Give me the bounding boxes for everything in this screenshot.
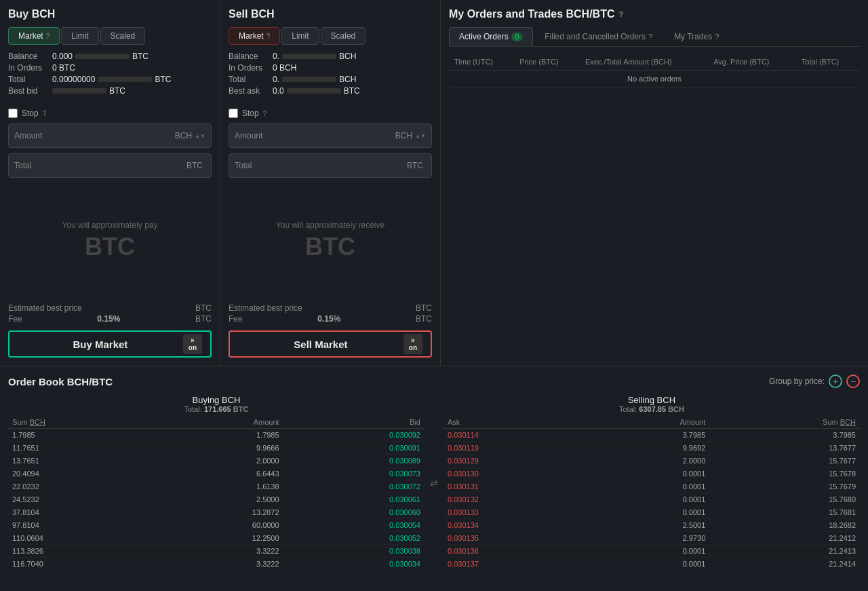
buy-amount-input[interactable] <box>48 131 175 140</box>
sell-total-row: Total BTC <box>229 153 432 178</box>
sell-ask: 0.030129 <box>443 455 587 468</box>
sell-tab-market[interactable]: Market ? <box>229 27 280 45</box>
sell-best-ask-currency: BTC <box>344 86 360 96</box>
sell-sum: 15.7677 <box>709 455 860 468</box>
sell-sum: 21.2414 <box>709 558 860 571</box>
sell-ask: 0.030136 <box>443 545 587 558</box>
buy-balance-value: 0.000 <box>52 52 73 61</box>
sell-col-amount: Amount <box>587 416 710 429</box>
group-price-controls: Group by price: + − <box>769 375 860 388</box>
sell-fee-currency: BTC <box>416 314 432 324</box>
buy-market-help-icon[interactable]: ? <box>46 33 50 40</box>
filled-orders-help-icon[interactable]: ? <box>648 33 652 41</box>
orders-tab-filled[interactable]: Filled and Cancelled Orders ? <box>534 27 663 46</box>
orders-panel-title: My Orders and Trades BCH/BTC ? <box>449 8 860 20</box>
buy-bid: 0.030038 <box>283 545 425 558</box>
orders-tab-active[interactable]: Active Orders 0 <box>449 27 533 46</box>
buy-total-row: Total BTC <box>8 153 212 178</box>
buy-amount-stepper[interactable]: ▲▼ <box>195 133 205 139</box>
col-time: Time (UTC) <box>449 54 514 71</box>
buy-stop-checkbox[interactable] <box>8 109 18 118</box>
sell-book-row[interactable]: 0.030119 9.9692 13.7677 <box>443 442 860 455</box>
sell-book-row[interactable]: 0.030137 0.0001 21.2414 <box>443 558 860 571</box>
buy-amount: 9.9666 <box>157 442 283 455</box>
buy-est-price-currency: BTC <box>195 303 212 313</box>
order-book-header: Order Book BCH/BTC Group by price: + − <box>8 375 860 388</box>
sell-book-row[interactable]: 0.030130 0.0001 15.7678 <box>443 468 860 480</box>
buy-sum: 37.8104 <box>8 506 157 519</box>
sell-amount: 0.0001 <box>587 468 710 480</box>
orders-tab-trades[interactable]: My Trades ? <box>664 27 729 46</box>
buy-balance-bar <box>75 54 130 59</box>
sell-best-ask-value: 0.0 <box>273 86 284 96</box>
sell-amount-input[interactable] <box>269 131 395 140</box>
buy-total-input[interactable] <box>48 161 186 170</box>
sell-book-row[interactable]: 0.030136 0.0001 21.2413 <box>443 545 860 558</box>
buy-approx-section: You will approximately pay BTC <box>8 183 212 298</box>
group-price-minus-button[interactable]: − <box>846 375 860 388</box>
sell-book-row[interactable]: 0.030132 0.0001 15.7680 <box>443 493 860 506</box>
sell-col-sum: Sum BCH <box>709 416 860 429</box>
buy-bid: 0.030061 <box>283 493 425 506</box>
buy-book-row[interactable]: 11.7651 9.9666 0.030091 <box>8 442 425 455</box>
my-trades-help-icon[interactable]: ? <box>715 33 719 41</box>
sell-book-row[interactable]: 0.030134 2.5001 18.2682 <box>443 519 860 532</box>
buy-book-row[interactable]: 97.8104 60.0000 0.030054 <box>8 519 425 532</box>
buy-book-row[interactable]: 22.0232 1.6138 0.030072 <box>8 480 425 493</box>
sell-panel: Sell BCH Market ? Limit Scaled Balance 0… <box>220 0 441 366</box>
buy-amount: 60.0000 <box>157 519 283 532</box>
sell-amount: 0.0001 <box>587 545 710 558</box>
buy-book-row[interactable]: 110.0604 12.2500 0.030052 <box>8 532 425 545</box>
sell-sum: 13.7677 <box>709 442 860 455</box>
buy-approx-value: BTC <box>85 233 135 261</box>
buy-stop-help-icon[interactable]: ? <box>43 110 47 117</box>
sell-approx-value: BTC <box>305 233 355 261</box>
sell-market-help-icon[interactable]: ? <box>267 33 271 40</box>
order-book-section: Order Book BCH/BTC Group by price: + − B… <box>0 366 868 579</box>
sell-sum: 21.2413 <box>709 545 860 558</box>
sell-market-button[interactable]: Sell Market »on <box>229 330 432 358</box>
sell-total-input[interactable] <box>269 161 407 170</box>
sell-total-currency: BCH <box>339 75 356 84</box>
orders-help-icon[interactable]: ? <box>619 10 624 18</box>
buy-tab-limit[interactable]: Limit <box>61 27 98 45</box>
sell-sum: 18.2682 <box>709 519 860 532</box>
buy-market-button[interactable]: Buy Market »on <box>8 330 212 358</box>
buy-book-row[interactable]: 113.3826 3.3222 0.030038 <box>8 545 425 558</box>
buy-total-currency: BTC <box>155 75 171 84</box>
buy-book-row[interactable]: 37.8104 13.2872 0.030060 <box>8 506 425 519</box>
buy-book-row[interactable]: 24.5232 2.5000 0.030061 <box>8 493 425 506</box>
sell-book-row[interactable]: 0.030133 0.0001 15.7681 <box>443 506 860 519</box>
buy-tab-scaled[interactable]: Scaled <box>100 27 146 45</box>
buy-book-side: Buying BCH Total: 171.665 BTC Sum BCH Am… <box>8 395 425 571</box>
buy-sum: 24.5232 <box>8 493 157 506</box>
col-amount: Exec./Total Amount (BCH) <box>580 54 708 71</box>
sell-sum: 21.2412 <box>709 532 860 545</box>
sell-tab-limit[interactable]: Limit <box>281 27 319 45</box>
sell-amount: 2.0000 <box>587 455 710 468</box>
buy-book-row[interactable]: 13.7651 2.0000 0.030089 <box>8 455 425 468</box>
buy-bid: 0.030054 <box>283 519 425 532</box>
sell-stop-checkbox[interactable] <box>229 109 238 118</box>
sell-book-row[interactable]: 0.030129 2.0000 15.7677 <box>443 455 860 468</box>
sell-tab-scaled[interactable]: Scaled <box>321 27 366 45</box>
buy-book-row[interactable]: 116.7040 3.3222 0.030034 <box>8 558 425 571</box>
buy-bid: 0.030073 <box>283 468 425 480</box>
sell-stop-help-icon[interactable]: ? <box>263 110 267 117</box>
sell-book-row[interactable]: 0.030114 3.7985 3.7985 <box>443 429 860 442</box>
buy-fee-currency: BTC <box>195 314 212 324</box>
group-price-plus-button[interactable]: + <box>829 375 842 388</box>
sell-total-input-label: Total <box>235 161 269 170</box>
buy-book-row[interactable]: 1.7985 1.7985 0.030092 <box>8 429 425 442</box>
sell-book-row[interactable]: 0.030131 0.0001 15.7679 <box>443 480 860 493</box>
sell-amount-row: Amount BCH ▲▼ <box>229 123 432 148</box>
sell-book-row[interactable]: 0.030135 2.9730 21.2412 <box>443 532 860 545</box>
sell-button-arrow: »on <box>403 334 422 354</box>
sell-amount-stepper[interactable]: ▲▼ <box>415 133 426 139</box>
buy-tab-market[interactable]: Market ? <box>8 27 60 45</box>
active-orders-badge: 0 <box>511 33 524 41</box>
buy-book-row[interactable]: 20.4094 6.6443 0.030073 <box>8 468 425 480</box>
sell-best-ask-label: Best ask <box>229 86 273 96</box>
buy-approx-label: You will approximately pay <box>62 221 158 230</box>
buy-est-price-label: Estimated best price <box>8 303 82 313</box>
